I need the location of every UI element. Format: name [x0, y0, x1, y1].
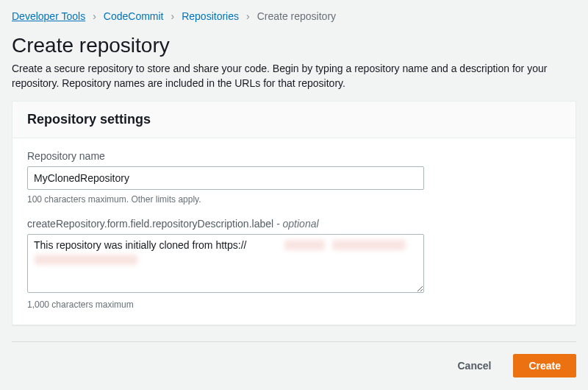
settings-panel: Repository settings Repository name 100 …: [12, 101, 576, 325]
chevron-right-icon: ›: [246, 10, 250, 22]
breadcrumb: Developer Tools › CodeCommit › Repositor…: [0, 0, 588, 28]
repository-name-hint: 100 characters maximum. Other limits app…: [27, 194, 561, 205]
breadcrumb-codecommit[interactable]: CodeCommit: [104, 10, 164, 22]
redaction-block: [284, 240, 325, 250]
create-button[interactable]: Create: [513, 354, 576, 377]
chevron-right-icon: ›: [171, 10, 175, 22]
form-footer: Cancel Create: [12, 341, 576, 389]
repository-name-label: Repository name: [27, 150, 561, 162]
repository-description-hint: 1,000 characters maximum: [27, 299, 561, 310]
breadcrumb-current: Create repository: [257, 10, 336, 22]
page-description: Create a secure repository to store and …: [12, 62, 576, 91]
panel-title: Repository settings: [12, 102, 576, 138]
repository-description-label: createRepository.form.field.repositoryDe…: [27, 218, 561, 230]
repository-name-field: Repository name 100 characters maximum. …: [27, 150, 561, 205]
breadcrumb-repositories[interactable]: Repositories: [182, 10, 239, 22]
redaction-block: [35, 255, 137, 265]
repository-name-input[interactable]: [27, 166, 424, 190]
chevron-right-icon: ›: [93, 10, 96, 22]
redaction-block: [332, 240, 406, 250]
breadcrumb-developer-tools[interactable]: Developer Tools: [12, 10, 85, 22]
page-header: Create repository Create a secure reposi…: [0, 28, 588, 101]
cancel-button[interactable]: Cancel: [442, 354, 506, 377]
repository-description-field: createRepository.form.field.repositoryDe…: [27, 218, 561, 310]
page-title: Create repository: [12, 34, 576, 57]
